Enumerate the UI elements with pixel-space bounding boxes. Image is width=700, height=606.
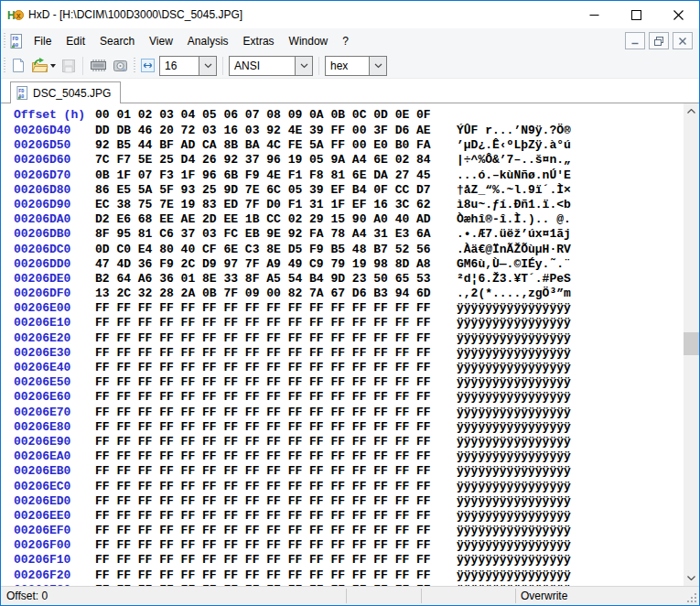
row-bytes[interactable]: 7C F7 5E 25 D4 26 92 37 96 19 05 9A A4 6… (95, 153, 457, 167)
row-bytes[interactable]: FF FF FF FF FF FF FF FF FF FF FF FF FF F… (95, 464, 457, 478)
hex-editor-content[interactable]: Offset (h)00 01 02 03 04 05 06 07 08 09 … (14, 108, 684, 586)
row-offset[interactable]: 00206EA0 (14, 449, 95, 463)
menu-help[interactable]: ? (335, 33, 356, 49)
row-ascii[interactable]: .•.Æ7.üëž’úx¤1ãj (457, 227, 571, 241)
mdi-close-button[interactable] (673, 32, 693, 49)
hex-row[interactable]: 00206F10FF FF FF FF FF FF FF FF FF FF FF… (14, 553, 684, 568)
hex-row[interactable]: 00206D8086 E5 5A 5F 93 25 9D 7E 6C 05 39… (14, 183, 684, 198)
row-bytes[interactable]: 13 2C 32 28 2A 0B 7F 09 00 82 7A 67 D6 B… (95, 287, 457, 300)
row-bytes[interactable]: FF FF FF FF FF FF FF FF FF FF FF FF FF F… (95, 346, 457, 360)
row-offset[interactable]: 00206D40 (14, 124, 95, 137)
hex-row[interactable]: 00206DE0B2 64 A6 36 01 8E 33 8F A5 54 B4… (14, 272, 684, 287)
maximize-button[interactable] (615, 1, 657, 28)
new-file-button[interactable] (9, 55, 27, 77)
close-button[interactable] (657, 1, 699, 28)
hex-row[interactable]: 00206D5092 B5 44 BF AD CA 8B BA 4C FE 5A… (14, 138, 684, 153)
row-offset[interactable]: 00206DC0 (14, 243, 95, 256)
row-bytes[interactable]: FF FF FF FF FF FF FF FF FF FF FF FF FF F… (95, 316, 457, 330)
row-offset[interactable]: 00206EB0 (14, 464, 95, 478)
row-bytes[interactable]: FF FF FF FF FF FF FF FF FF FF FF FF FF F… (95, 509, 457, 523)
menubar-grip[interactable] (4, 33, 5, 49)
row-ascii[interactable]: ÝÛF r...’N9ÿ.?Ö® (457, 124, 571, 137)
mdi-minimize-button[interactable] (625, 32, 645, 49)
chevron-down-icon[interactable] (199, 57, 216, 75)
row-offset[interactable]: 00206D80 (14, 183, 95, 197)
vertical-scrollbar[interactable] (684, 103, 699, 586)
row-ascii[interactable]: GM6ù,Ù—.©IÉy.˜.¨ (457, 257, 571, 271)
hex-row[interactable]: 00206DD047 4D 36 F9 2C D9 97 7F A9 49 C9… (14, 257, 684, 272)
document-icon[interactable]: FD A0 (10, 34, 23, 49)
row-offset[interactable]: 00206E70 (14, 406, 95, 419)
row-bytes[interactable]: FF FF FF FF FF FF FF FF FF FF FF FF FF F… (95, 524, 457, 537)
hex-row[interactable]: 00206DB08F 95 81 C6 37 03 FC EB 9E 92 FA… (14, 227, 684, 242)
row-offset[interactable]: 00206EF0 (14, 524, 95, 537)
row-ascii[interactable]: ÿÿÿÿÿÿÿÿÿÿÿÿÿÿÿÿ (457, 331, 571, 345)
menu-file[interactable]: File (27, 33, 59, 49)
row-offset[interactable]: 00206D70 (14, 168, 95, 182)
hex-row[interactable]: 00206E40FF FF FF FF FF FF FF FF FF FF FF… (14, 361, 684, 375)
bytes-per-row-button[interactable] (139, 55, 156, 77)
hex-row[interactable]: 00206E70FF FF FF FF FF FF FF FF FF FF FF… (14, 406, 684, 420)
toolbar-grip-2[interactable] (134, 58, 135, 74)
row-ascii[interactable]: ÿÿÿÿÿÿÿÿÿÿÿÿÿÿÿÿ (457, 316, 571, 330)
menu-extras[interactable]: Extras (236, 33, 282, 49)
row-offset[interactable]: 00206E80 (14, 420, 95, 434)
row-ascii[interactable]: ÿÿÿÿÿÿÿÿÿÿÿÿÿÿÿÿ (457, 346, 571, 360)
tab-dsc-5045[interactable]: FD A0 DSC_5045.JPG (10, 81, 121, 103)
row-ascii[interactable]: .,2(*....‚zgÖ³”m (457, 287, 571, 300)
row-ascii[interactable]: ÿÿÿÿÿÿÿÿÿÿÿÿÿÿÿÿ (457, 509, 571, 523)
hex-row[interactable]: 00206E20FF FF FF FF FF FF FF FF FF FF FF… (14, 331, 684, 346)
row-ascii[interactable]: ÿÿÿÿÿÿÿÿÿÿÿÿÿÿÿÿ (457, 524, 571, 537)
hex-row[interactable]: 00206E50FF FF FF FF FF FF FF FF FF FF FF… (14, 375, 684, 390)
chevron-down-icon[interactable] (369, 57, 386, 75)
row-bytes[interactable]: D2 E6 68 EE AE 2D EE 1B CC 02 29 15 90 A… (95, 212, 457, 226)
row-offset[interactable]: 00206F20 (14, 568, 95, 582)
row-bytes[interactable]: B2 64 A6 36 01 8E 33 8F A5 54 B4 9D 23 5… (95, 272, 457, 286)
row-offset[interactable]: 00206E40 (14, 361, 95, 374)
row-offset[interactable]: 00206F10 (14, 553, 95, 567)
row-bytes[interactable]: 47 4D 36 F9 2C D9 97 7F A9 49 C9 79 19 9… (95, 257, 457, 271)
hex-row[interactable]: 00206F20FF FF FF FF FF FF FF FF FF FF FF… (14, 568, 684, 583)
hex-row[interactable]: 00206EA0FF FF FF FF FF FF FF FF FF FF FF… (14, 449, 684, 464)
hex-row[interactable]: 00206E90FF FF FF FF FF FF FF FF FF FF FF… (14, 435, 684, 449)
resize-grip[interactable] (686, 592, 697, 603)
open-disk-button[interactable] (111, 55, 130, 77)
row-offset[interactable]: 00206E90 (14, 435, 95, 449)
row-offset[interactable]: 00206EC0 (14, 480, 95, 493)
row-ascii[interactable]: ÿÿÿÿÿÿÿÿÿÿÿÿÿÿÿÿ (457, 301, 571, 315)
hex-row[interactable]: 00206DC00D C0 E4 80 40 CF 6E C3 8E D5 F9… (14, 243, 684, 257)
mdi-restore-button[interactable] (649, 32, 669, 49)
row-bytes[interactable]: 8F 95 81 C6 37 03 FC EB 9E 92 FA 78 A4 3… (95, 227, 457, 241)
row-ascii[interactable]: ÿÿÿÿÿÿÿÿÿÿÿÿÿÿÿÿ (457, 538, 571, 552)
row-offset[interactable]: 00206DD0 (14, 257, 95, 271)
row-ascii[interactable]: †åZ_“%.~l.9ï´.Ì× (457, 183, 571, 197)
row-ascii[interactable]: ÿÿÿÿÿÿÿÿÿÿÿÿÿÿÿÿ (457, 553, 571, 567)
hex-row[interactable]: 00206EE0FF FF FF FF FF FF FF FF FF FF FF… (14, 509, 684, 524)
hex-row[interactable]: 00206D40DD DB 46 20 72 03 16 03 92 4E 39… (14, 124, 684, 138)
hex-row[interactable]: 00206E10FF FF FF FF FF FF FF FF FF FF FF… (14, 316, 684, 330)
row-offset[interactable]: 00206E20 (14, 331, 95, 345)
row-offset[interactable]: 00206D60 (14, 153, 95, 167)
row-ascii[interactable]: ’µD¿.Ê‹ºLþZÿ.à°ú (457, 138, 571, 152)
hex-row[interactable]: 00206E60FF FF FF FF FF FF FF FF FF FF FF… (14, 390, 684, 405)
row-ascii[interactable]: ÿÿÿÿÿÿÿÿÿÿÿÿÿÿÿÿ (457, 494, 571, 508)
row-offset[interactable]: 00206E50 (14, 375, 95, 389)
bytes-per-row-select[interactable]: 16 (159, 56, 217, 76)
row-ascii[interactable]: ÿÿÿÿÿÿÿÿÿÿÿÿÿÿÿÿ (457, 568, 571, 582)
scroll-down-button[interactable] (684, 570, 699, 586)
encoding-select[interactable]: ANSI (229, 56, 313, 76)
row-ascii[interactable]: ÿÿÿÿÿÿÿÿÿÿÿÿÿÿÿÿ (457, 375, 571, 389)
row-bytes[interactable]: FF FF FF FF FF FF FF FF FF FF FF FF FF F… (95, 435, 457, 449)
row-offset[interactable]: 00206E00 (14, 301, 95, 315)
row-bytes[interactable]: FF FF FF FF FF FF FF FF FF FF FF FF FF F… (95, 494, 457, 508)
hex-row[interactable]: 00206DF013 2C 32 28 2A 0B 7F 09 00 82 7A… (14, 287, 684, 301)
row-bytes[interactable]: 0B 1F 07 F3 1F 96 6B F9 4E F1 F8 81 6E D… (95, 168, 457, 182)
row-bytes[interactable]: FF FF FF FF FF FF FF FF FF FF FF FF FF F… (95, 420, 457, 434)
hex-row[interactable]: 00206F00FF FF FF FF FF FF FF FF FF FF FF… (14, 538, 684, 553)
row-bytes[interactable]: DD DB 46 20 72 03 16 03 92 4E 39 FF 00 3… (95, 124, 457, 137)
row-offset[interactable]: 00206DE0 (14, 272, 95, 286)
row-offset[interactable]: 00206DF0 (14, 287, 95, 300)
row-ascii[interactable]: |÷^%Ô&’7–..š¤n.„ (457, 153, 571, 167)
row-bytes[interactable]: FF FF FF FF FF FF FF FF FF FF FF FF FF F… (95, 331, 457, 345)
hex-row[interactable]: 00206EC0FF FF FF FF FF FF FF FF FF FF FF… (14, 480, 684, 494)
